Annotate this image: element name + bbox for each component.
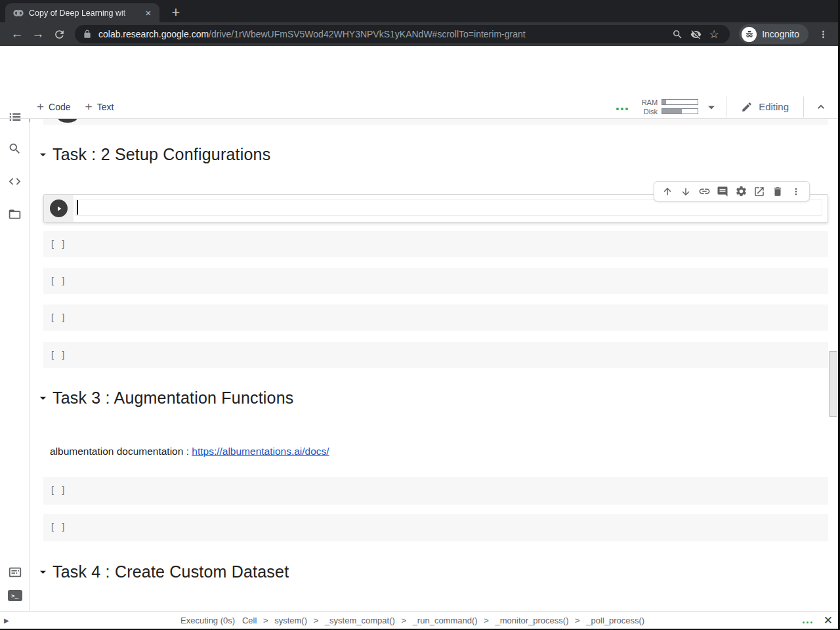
resource-monitor[interactable]: RAM Disk [635,98,698,116]
plus-icon: + [37,100,44,114]
collapse-section-icon[interactable] [35,396,50,401]
breadcrumb-item[interactable]: _run_command() [413,616,478,625]
comment-icon [717,186,728,198]
cell-settings-button[interactable] [733,184,749,200]
save-password-button[interactable] [686,25,705,43]
breadcrumb-item[interactable]: Cell [242,616,257,625]
zoom-button[interactable] [668,25,686,43]
disk-bar-fill [662,109,682,114]
code-cell[interactable]: [ ] [43,514,828,541]
albumentations-link[interactable]: https://albumentations.ai/docs/ [192,446,329,457]
disk-label: Disk [635,108,658,116]
copy-link-to-cell-button[interactable] [696,184,712,200]
ram-label: RAM [635,98,658,106]
terminal-button[interactable]: >_ [0,590,30,601]
breadcrumb-item[interactable]: _system_compat() [325,616,395,625]
expand-panel-icon[interactable]: ▶ [4,617,9,624]
breadcrumb-separator: > [575,616,580,625]
forward-button[interactable]: → [28,24,49,45]
code-snippets-button[interactable] [0,175,30,188]
add-comment-button[interactable] [715,184,730,200]
browser-tab[interactable]: Copy of Deep Learning wit × [5,3,159,22]
code-cell[interactable]: [ ] [43,342,828,368]
more-cell-actions-button[interactable] [788,184,804,200]
executing-indicator-icon [803,614,814,626]
url-bar[interactable]: colab.research.google.com /drive/1rWbewU… [75,25,730,43]
copy-cell-icon [753,186,765,198]
notebook-toolbar: + Code + Text RAM Disk Editi [0,95,838,119]
cell-prompt: [ ] [50,485,66,495]
reload-icon [53,28,66,41]
run-cell-button[interactable] [50,200,68,217]
new-tab-button[interactable]: + [167,5,184,22]
collapse-section-icon[interactable] [35,152,50,158]
paragraph-text: albumentation documentation : [50,446,192,457]
terminal-icon: >_ [8,590,22,601]
plus-icon: + [85,100,93,114]
partial-cell[interactable] [43,119,828,125]
more-vert-icon [791,186,801,197]
code-cell[interactable]: [ ] [43,268,828,294]
execution-status: Executing (0s) Cell > system() > _system… [180,616,644,625]
cell-prompt: [ ] [50,239,66,249]
tab-title: Copy of Deep Learning wit [29,9,142,18]
back-button[interactable]: ← [7,24,28,45]
markdown-paragraph: albumentation documentation : https://al… [50,446,329,457]
tab-close-icon[interactable]: × [142,7,154,19]
play-icon [55,205,63,213]
browser-menu-button[interactable] [812,24,833,45]
left-sidebar: >_ [0,119,30,611]
move-cell-up-button[interactable] [660,184,675,200]
breadcrumb-item[interactable]: _monitor_process() [495,616,568,625]
incognito-icon [742,27,757,42]
zoom-icon [672,29,683,40]
section-heading-task2: Task : 2 Setup Configurations [35,145,270,164]
breadcrumb-item[interactable]: _poll_process() [586,616,644,625]
section-heading-task4: Task 4 : Create Custom Dataset [35,562,289,581]
mirror-cell-button[interactable] [751,184,767,200]
arrow-down-icon [680,186,692,198]
breadcrumb-item[interactable]: system() [274,616,307,625]
incognito-badge[interactable]: Incognito [739,24,808,44]
toc-button[interactable] [0,110,30,124]
search-icon [8,142,22,156]
colab-favicon-icon [13,8,24,18]
add-text-label: Text [97,102,114,112]
section-title: Task 4 : Create Custom Dataset [52,562,289,581]
collapse-header-button[interactable] [804,100,838,114]
close-status-button[interactable]: ✕ [824,614,833,627]
more-vert-icon [818,29,829,40]
lock-icon [83,30,92,39]
notebook-content: Task : 2 Setup Configurations [30,119,838,611]
add-text-button[interactable]: + Text [85,100,114,114]
resources-dropdown-button[interactable] [707,101,715,113]
cell-toolbar [654,181,810,201]
play-icon [58,119,77,123]
section-heading-task3: Task 3 : Augmentation Functions [35,388,294,408]
section-title: Task 3 : Augmentation Functions [52,388,294,408]
code-cell[interactable]: [ ] [43,304,828,331]
add-code-button[interactable]: + Code [37,100,71,114]
disk-bar [662,108,698,114]
editing-mode-button[interactable]: Editing [726,101,803,113]
pencil-icon [741,101,753,113]
scrollbar-thumb[interactable] [829,351,837,417]
delete-cell-button[interactable] [770,184,786,200]
files-button[interactable] [0,207,30,221]
command-palette-button[interactable] [0,565,30,579]
cell-prompt: [ ] [50,350,66,360]
folder-icon [8,207,22,221]
cell-prompt: [ ] [50,276,66,286]
executing-label: Executing (0s) [180,616,235,625]
search-button[interactable] [0,142,30,156]
add-code-label: Code [49,102,70,112]
code-icon [8,175,22,188]
collapse-section-icon[interactable] [35,570,50,575]
breadcrumb-separator: > [314,616,319,625]
code-cell[interactable]: [ ] [43,231,828,257]
move-cell-down-button[interactable] [678,184,694,200]
browser-tab-strip: Copy of Deep Learning wit × + [0,0,840,22]
bookmark-button[interactable]: ☆ [705,25,723,43]
code-cell[interactable]: [ ] [43,477,828,505]
reload-button[interactable] [49,24,70,45]
